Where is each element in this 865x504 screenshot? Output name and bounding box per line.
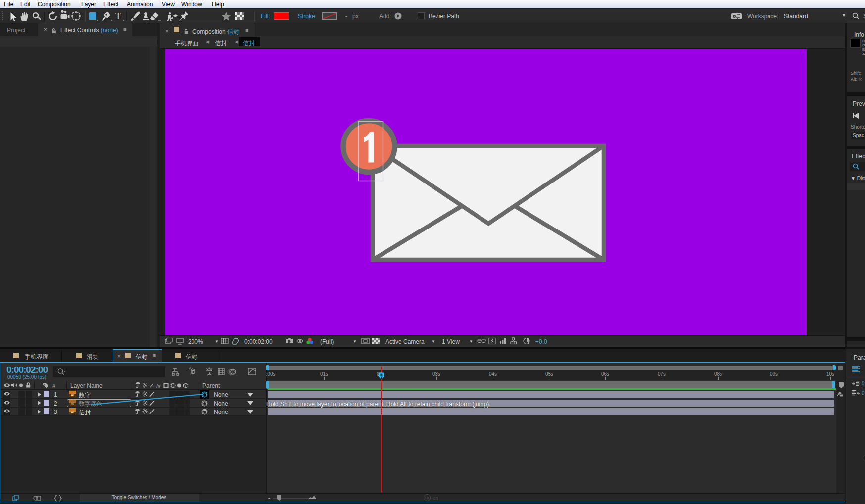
svg-text:Parent: Parent [202,382,220,389]
svg-text:T: T [115,11,121,21]
svg-text:Layer Name: Layer Name [70,382,103,389]
svg-text:fx: fx [156,383,161,389]
svg-text:#: # [52,383,56,389]
